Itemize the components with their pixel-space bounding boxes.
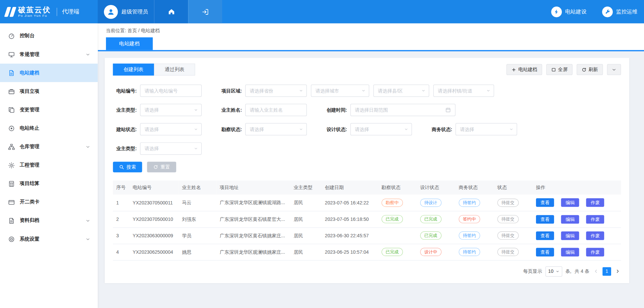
edit-button[interactable]: 编辑 bbox=[561, 248, 579, 256]
view-button[interactable]: 查看 bbox=[536, 248, 554, 256]
town-select[interactable]: 请选择村镇/街道 bbox=[433, 84, 494, 97]
sidebar-item-warehouse-mgmt[interactable]: 仓库管理 bbox=[0, 137, 98, 156]
page-tab-station-archive[interactable]: 电站建档 bbox=[106, 37, 153, 50]
settings-icon bbox=[8, 236, 15, 242]
nav-monitor-ops-label: 监控运维 bbox=[616, 8, 638, 15]
user-menu[interactable]: 超级管理员 bbox=[98, 0, 154, 23]
status-badge: 待提交 bbox=[497, 232, 519, 240]
sidebar-item-type2-card[interactable]: 开二类卡 bbox=[0, 193, 98, 211]
build-status-select[interactable]: 请选择 bbox=[140, 123, 202, 135]
sidebar-item-station-archive[interactable]: 电站建档 bbox=[0, 64, 98, 82]
design-status-select[interactable]: 请选择 bbox=[350, 123, 412, 135]
chevron-down-icon bbox=[194, 146, 198, 150]
sidebar-item-change-mgmt[interactable]: 变更管理 bbox=[0, 101, 98, 119]
edit-button[interactable]: 编辑 bbox=[561, 198, 579, 207]
sidebar-item-station-termination[interactable]: 电站终止 bbox=[0, 119, 98, 137]
chevron-down-icon bbox=[86, 237, 91, 242]
reset-button[interactable]: 重置 bbox=[147, 162, 176, 172]
table-row: 1 YX2023070500011 马云 广东深圳龙华区观澜镇观湖路... 居民… bbox=[113, 194, 621, 211]
refresh-button[interactable]: 刷新 bbox=[577, 64, 603, 75]
county-select[interactable]: 请选择县/区 bbox=[373, 84, 429, 97]
create-station-button[interactable]: 电站建档 bbox=[506, 64, 542, 75]
logout-button[interactable] bbox=[188, 0, 222, 23]
view-button[interactable]: 查看 bbox=[536, 231, 554, 240]
sidebar-item-engineering-mgmt[interactable]: 工程管理 bbox=[0, 156, 98, 174]
collapse-filters-button[interactable] bbox=[607, 64, 621, 75]
tab-passed-list[interactable]: 通过列表 bbox=[154, 64, 195, 76]
column-header: 业主类型 bbox=[290, 181, 322, 195]
void-button[interactable]: 作废 bbox=[586, 231, 604, 240]
column-header: 操作 bbox=[533, 181, 621, 195]
sidebar: 控制台 常规管理 电站建档 项目立项 变更管理 电站终止 bbox=[0, 23, 98, 308]
refresh-icon bbox=[582, 67, 587, 72]
business-status-badge: 待签约 bbox=[459, 248, 480, 256]
owner-name-input[interactable] bbox=[245, 104, 307, 116]
filter-label: 项目区域: bbox=[218, 87, 242, 94]
next-page-button[interactable] bbox=[614, 268, 621, 275]
void-button[interactable]: 作废 bbox=[586, 248, 604, 256]
file-icon bbox=[8, 217, 15, 224]
main-content: 当前位置: 首页 / 电站建档 电站建档 创建列表 通过列表 bbox=[98, 23, 644, 308]
per-page-select[interactable]: 10 bbox=[545, 266, 562, 276]
avatar bbox=[104, 5, 118, 19]
sidebar-item-label: 电站建档 bbox=[20, 69, 91, 76]
sidebar-item-label: 变更管理 bbox=[20, 106, 91, 113]
business-status-badge: 签约中 bbox=[459, 215, 480, 223]
sidebar-item-general-mgmt[interactable]: 常规管理 bbox=[0, 45, 98, 64]
survey-status-select[interactable]: 请选择 bbox=[245, 123, 307, 135]
edit-button[interactable]: 编辑 bbox=[561, 215, 579, 224]
owner-type2-select[interactable]: 请选择 bbox=[140, 142, 202, 155]
home-icon bbox=[167, 8, 175, 15]
breadcrumb-home[interactable]: 首页 bbox=[127, 28, 137, 33]
chevron-down-icon bbox=[299, 127, 303, 131]
sidebar-item-project-settlement[interactable]: 项目结算 bbox=[0, 174, 98, 193]
chevron-down-icon bbox=[404, 127, 408, 131]
fullscreen-button[interactable]: 全屏 bbox=[546, 64, 573, 75]
station-no-input[interactable] bbox=[140, 84, 202, 97]
breadcrumb-current: 电站建档 bbox=[141, 28, 160, 33]
chevron-down-icon bbox=[86, 52, 91, 57]
search-icon bbox=[119, 165, 124, 170]
nav-station-build[interactable]: 电站建设 bbox=[551, 0, 586, 23]
sidebar-item-console[interactable]: 控制台 bbox=[0, 27, 98, 45]
void-button[interactable]: 作废 bbox=[586, 215, 604, 224]
tab-create-list[interactable]: 创建列表 bbox=[113, 64, 154, 76]
home-button[interactable] bbox=[154, 0, 188, 23]
breadcrumb-separator: / bbox=[138, 28, 140, 33]
search-button[interactable]: 搜索 bbox=[113, 162, 142, 172]
brand: 破茧云伏 Po Jian Yun Fu 代理端 bbox=[0, 0, 98, 23]
edit-button[interactable]: 编辑 bbox=[561, 231, 579, 240]
sidebar-item-data-archive[interactable]: 资料归档 bbox=[0, 211, 98, 230]
lightning-icon bbox=[551, 6, 562, 17]
chevron-right-icon bbox=[615, 269, 620, 274]
city-select[interactable]: 请选择城市 bbox=[311, 84, 369, 97]
owner-type-select[interactable]: 请选择 bbox=[140, 104, 202, 116]
create-time-range-picker[interactable]: 请选择日期范围 bbox=[350, 104, 455, 116]
sidebar-item-label: 项目结算 bbox=[20, 180, 91, 187]
nav-monitor-ops[interactable]: 监控运维 bbox=[602, 0, 637, 23]
design-status-badge: 已完成 bbox=[420, 215, 441, 223]
stop-circle-icon bbox=[8, 125, 15, 132]
province-select[interactable]: 请选择省份 bbox=[245, 84, 307, 97]
sidebar-item-label: 控制台 bbox=[20, 33, 91, 40]
design-status-badge: 已完成 bbox=[420, 232, 441, 240]
chevron-down-icon bbox=[299, 88, 303, 93]
view-button[interactable]: 查看 bbox=[536, 198, 554, 207]
column-header: 电站编号 bbox=[129, 181, 179, 195]
sidebar-item-system-settings[interactable]: 系统设置 bbox=[0, 230, 98, 248]
status-badge: 待提交 bbox=[497, 198, 519, 206]
fullscreen-icon bbox=[551, 67, 556, 72]
wrench-icon bbox=[602, 6, 613, 17]
view-button[interactable]: 查看 bbox=[536, 215, 554, 224]
sidebar-item-label: 系统设置 bbox=[20, 236, 80, 243]
prev-page-button[interactable] bbox=[593, 268, 599, 275]
sidebar-item-project-initiation[interactable]: 项目立项 bbox=[0, 82, 98, 101]
business-status-select[interactable]: 请选择 bbox=[455, 123, 517, 135]
filter-label: 业主类型: bbox=[113, 145, 137, 151]
chevron-down-icon bbox=[486, 88, 490, 93]
table-row: 4 YX2023062500004 姚思 广东深圳龙华区观澜镇姚家庄... 居民… bbox=[113, 244, 621, 260]
page-1-button[interactable]: 1 bbox=[602, 267, 611, 276]
void-button[interactable]: 作废 bbox=[586, 198, 604, 207]
card-icon bbox=[8, 199, 15, 205]
brand-subtitle: Po Jian Yun Fu bbox=[18, 14, 51, 18]
